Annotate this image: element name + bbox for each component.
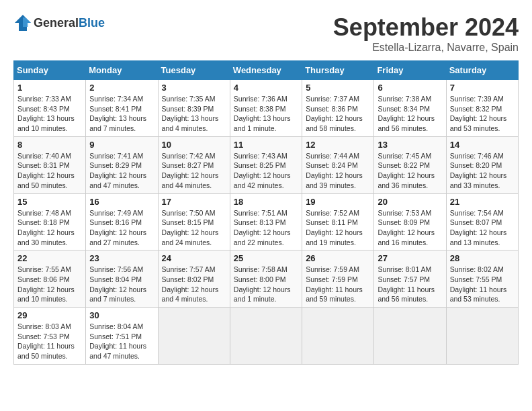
day-info: Sunrise: 7:51 AMSunset: 8:13 PMDaylight:… — [234, 208, 298, 248]
day-info: Sunrise: 7:54 AMSunset: 8:07 PMDaylight:… — [450, 208, 515, 248]
logo-icon — [13, 13, 32, 32]
day-info: Sunrise: 8:02 AMSunset: 7:55 PMDaylight:… — [450, 265, 515, 304]
header-row: Sunday Monday Tuesday Wednesday Thursday… — [14, 61, 519, 80]
day-info: Sunrise: 7:33 AMSunset: 8:43 PMDaylight:… — [17, 94, 82, 134]
day-cell: 24Sunrise: 7:57 AMSunset: 8:02 PMDayligh… — [158, 250, 230, 308]
day-cell: 12Sunrise: 7:44 AMSunset: 8:24 PMDayligh… — [302, 136, 374, 193]
day-number: 19 — [306, 197, 370, 207]
day-number: 16 — [89, 197, 154, 207]
day-info: Sunrise: 7:41 AMSunset: 8:29 PMDaylight:… — [89, 151, 154, 191]
calendar-table: Sunday Monday Tuesday Wednesday Thursday… — [13, 60, 519, 365]
day-info: Sunrise: 7:34 AMSunset: 8:41 PMDaylight:… — [89, 94, 154, 134]
calendar-header: Sunday Monday Tuesday Wednesday Thursday… — [14, 61, 519, 80]
day-info: Sunrise: 7:39 AMSunset: 8:32 PMDaylight:… — [450, 94, 515, 134]
day-number: 2 — [89, 83, 154, 93]
day-cell: 3Sunrise: 7:35 AMSunset: 8:39 PMDaylight… — [158, 80, 230, 137]
day-number: 11 — [234, 140, 298, 150]
day-cell — [302, 308, 374, 365]
day-info: Sunrise: 7:46 AMSunset: 8:20 PMDaylight:… — [450, 151, 515, 191]
day-cell: 30Sunrise: 8:04 AMSunset: 7:51 PMDayligh… — [86, 308, 158, 365]
day-cell — [374, 308, 446, 365]
day-info: Sunrise: 7:50 AMSunset: 8:15 PMDaylight:… — [162, 208, 226, 248]
week-row-3: 15Sunrise: 7:48 AMSunset: 8:18 PMDayligh… — [14, 193, 519, 250]
day-number: 14 — [450, 140, 515, 150]
day-number: 17 — [162, 197, 226, 207]
day-number: 22 — [17, 253, 82, 263]
day-number: 10 — [162, 140, 226, 150]
day-number: 27 — [378, 253, 442, 263]
day-info: Sunrise: 7:48 AMSunset: 8:18 PMDaylight:… — [17, 208, 82, 248]
day-cell: 8Sunrise: 7:40 AMSunset: 8:31 PMDaylight… — [14, 136, 86, 193]
day-cell: 6Sunrise: 7:38 AMSunset: 8:34 PMDaylight… — [374, 80, 446, 137]
day-number: 13 — [378, 140, 442, 150]
title-area: September 2024 Estella-Lizarra, Navarre,… — [333, 13, 519, 54]
day-number: 26 — [306, 253, 370, 263]
day-cell: 26Sunrise: 7:59 AMSunset: 7:59 PMDayligh… — [302, 250, 374, 308]
week-row-4: 22Sunrise: 7:55 AMSunset: 8:06 PMDayligh… — [14, 250, 519, 308]
day-number: 5 — [306, 83, 370, 93]
day-info: Sunrise: 8:03 AMSunset: 7:53 PMDaylight:… — [17, 322, 82, 361]
day-cell: 15Sunrise: 7:48 AMSunset: 8:18 PMDayligh… — [14, 193, 86, 250]
day-info: Sunrise: 7:43 AMSunset: 8:25 PMDaylight:… — [234, 151, 298, 191]
day-cell: 29Sunrise: 8:03 AMSunset: 7:53 PMDayligh… — [14, 308, 86, 365]
day-cell — [446, 308, 518, 365]
day-number: 20 — [378, 197, 442, 207]
day-info: Sunrise: 8:01 AMSunset: 7:57 PMDaylight:… — [378, 265, 442, 304]
day-info: Sunrise: 7:42 AMSunset: 8:27 PMDaylight:… — [162, 151, 226, 191]
day-cell: 4Sunrise: 7:36 AMSunset: 8:38 PMDaylight… — [230, 80, 302, 137]
page-header: GeneralBlue September 2024 Estella-Lizar… — [13, 13, 519, 54]
day-cell: 11Sunrise: 7:43 AMSunset: 8:25 PMDayligh… — [230, 136, 302, 193]
day-cell: 1Sunrise: 7:33 AMSunset: 8:43 PMDaylight… — [14, 80, 86, 137]
day-info: Sunrise: 7:44 AMSunset: 8:24 PMDaylight:… — [306, 151, 370, 191]
day-info: Sunrise: 7:36 AMSunset: 8:38 PMDaylight:… — [234, 94, 298, 134]
day-number: 28 — [450, 253, 515, 263]
day-cell — [158, 308, 230, 365]
day-number: 24 — [162, 253, 226, 263]
day-cell — [230, 308, 302, 365]
day-info: Sunrise: 7:40 AMSunset: 8:31 PMDaylight:… — [17, 151, 82, 191]
col-saturday: Saturday — [446, 61, 518, 80]
day-cell: 9Sunrise: 7:41 AMSunset: 8:29 PMDaylight… — [86, 136, 158, 193]
day-cell: 25Sunrise: 7:58 AMSunset: 8:00 PMDayligh… — [230, 250, 302, 308]
col-wednesday: Wednesday — [230, 61, 302, 80]
month-title: September 2024 — [333, 13, 519, 42]
day-cell: 14Sunrise: 7:46 AMSunset: 8:20 PMDayligh… — [446, 136, 518, 193]
col-friday: Friday — [374, 61, 446, 80]
day-number: 4 — [234, 83, 298, 93]
day-cell: 13Sunrise: 7:45 AMSunset: 8:22 PMDayligh… — [374, 136, 446, 193]
logo: GeneralBlue — [13, 13, 105, 32]
week-row-1: 1Sunrise: 7:33 AMSunset: 8:43 PMDaylight… — [14, 80, 519, 137]
location-title: Estella-Lizarra, Navarre, Spain — [333, 42, 519, 54]
day-info: Sunrise: 7:59 AMSunset: 7:59 PMDaylight:… — [306, 265, 370, 304]
day-number: 29 — [17, 310, 82, 320]
day-cell: 27Sunrise: 8:01 AMSunset: 7:57 PMDayligh… — [374, 250, 446, 308]
day-number: 12 — [306, 140, 370, 150]
col-thursday: Thursday — [302, 61, 374, 80]
day-number: 30 — [89, 310, 154, 320]
col-monday: Monday — [86, 61, 158, 80]
week-row-5: 29Sunrise: 8:03 AMSunset: 7:53 PMDayligh… — [14, 308, 519, 365]
svg-marker-1 — [23, 17, 31, 27]
day-number: 15 — [17, 197, 82, 207]
day-info: Sunrise: 7:52 AMSunset: 8:11 PMDaylight:… — [306, 208, 370, 248]
day-cell: 7Sunrise: 7:39 AMSunset: 8:32 PMDaylight… — [446, 80, 518, 137]
day-cell: 18Sunrise: 7:51 AMSunset: 8:13 PMDayligh… — [230, 193, 302, 250]
day-number: 25 — [234, 253, 298, 263]
day-cell: 21Sunrise: 7:54 AMSunset: 8:07 PMDayligh… — [446, 193, 518, 250]
day-number: 21 — [450, 197, 515, 207]
day-number: 3 — [162, 83, 226, 93]
day-cell: 5Sunrise: 7:37 AMSunset: 8:36 PMDaylight… — [302, 80, 374, 137]
day-cell: 20Sunrise: 7:53 AMSunset: 8:09 PMDayligh… — [374, 193, 446, 250]
day-info: Sunrise: 7:38 AMSunset: 8:34 PMDaylight:… — [378, 94, 442, 134]
day-info: Sunrise: 7:53 AMSunset: 8:09 PMDaylight:… — [378, 208, 442, 248]
day-info: Sunrise: 7:58 AMSunset: 8:00 PMDaylight:… — [234, 265, 298, 304]
col-sunday: Sunday — [14, 61, 86, 80]
day-number: 9 — [89, 140, 154, 150]
day-info: Sunrise: 7:45 AMSunset: 8:22 PMDaylight:… — [378, 151, 442, 191]
day-cell: 2Sunrise: 7:34 AMSunset: 8:41 PMDaylight… — [86, 80, 158, 137]
col-tuesday: Tuesday — [158, 61, 230, 80]
day-number: 6 — [378, 83, 442, 93]
day-info: Sunrise: 7:35 AMSunset: 8:39 PMDaylight:… — [162, 94, 226, 134]
day-cell: 28Sunrise: 8:02 AMSunset: 7:55 PMDayligh… — [446, 250, 518, 308]
week-row-2: 8Sunrise: 7:40 AMSunset: 8:31 PMDaylight… — [14, 136, 519, 193]
